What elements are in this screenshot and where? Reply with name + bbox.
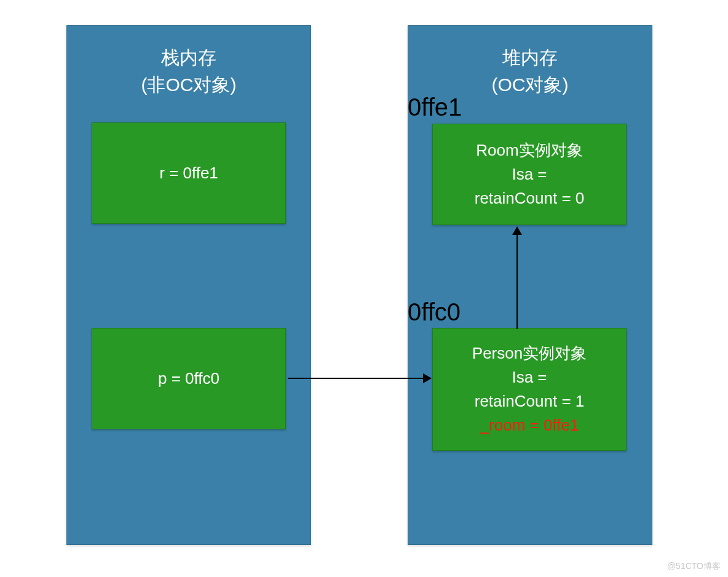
room-title: Room实例对象 [433, 138, 626, 162]
stack-var-p-text: p = 0ffc0 [92, 367, 285, 391]
watermark: @51CTO博客 [667, 561, 721, 572]
person-retain: retainCount = 1 [433, 389, 626, 413]
room-retain: retainCount = 0 [433, 186, 626, 210]
stack-title: 栈内存 (非OC对象) [67, 26, 311, 98]
person-isa: Isa = [433, 365, 626, 389]
heap-title: 堆内存 (OC对象) [408, 26, 652, 98]
heap-address-room: 0ffe1 [408, 94, 462, 121]
person-room-ptr: _room = 0ffe1 [433, 413, 626, 437]
arrow-person-to-room-head [512, 226, 522, 235]
stack-var-p: p = 0ffc0 [92, 328, 286, 429]
stack-var-r: r = 0ffe1 [92, 122, 286, 224]
room-isa: Isa = [433, 162, 626, 186]
arrow-person-to-room [516, 234, 518, 329]
stack-var-r-text: r = 0ffe1 [92, 161, 285, 185]
heap-room-object: Room实例对象 Isa = retainCount = 0 [432, 124, 627, 225]
arrow-p-to-person [288, 378, 424, 379]
stack-panel: 栈内存 (非OC对象) [66, 25, 311, 545]
heap-address-person: 0ffc0 [408, 298, 461, 326]
person-title: Person实例对象 [433, 341, 626, 365]
arrow-p-to-person-head [423, 373, 432, 383]
heap-person-object: Person实例对象 Isa = retainCount = 1 _room =… [432, 328, 627, 451]
